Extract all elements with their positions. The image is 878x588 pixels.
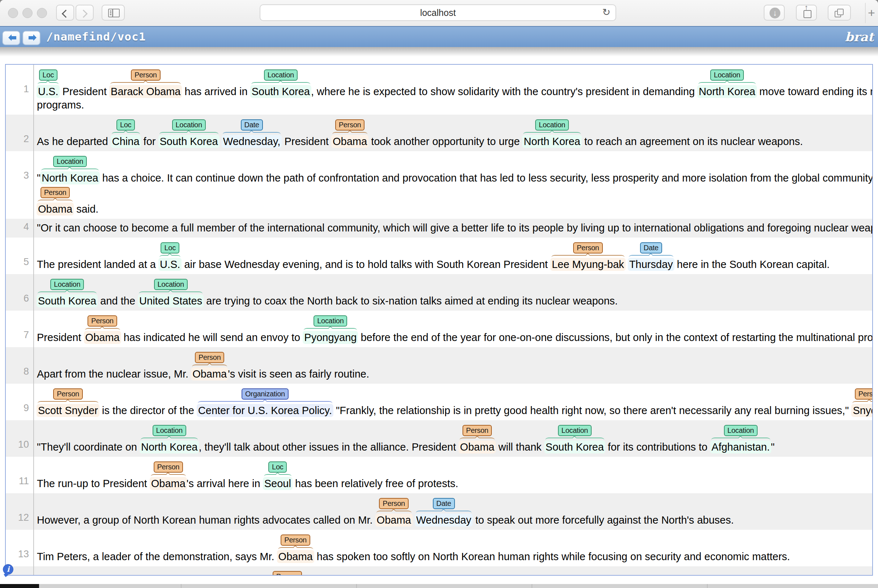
- entity-span-text[interactable]: South Korea: [36, 294, 97, 308]
- entity-type-label[interactable]: Loc: [39, 69, 57, 81]
- entity-type-label[interactable]: Person: [195, 352, 225, 363]
- share-button[interactable]: ↑: [796, 5, 817, 21]
- entity-span-text[interactable]: Center for U.S. Korea Policy.: [197, 404, 333, 417]
- entity-annotation[interactable]: PersonObama: [37, 185, 73, 216]
- entity-annotation[interactable]: LocationNorth Korea: [140, 423, 199, 453]
- close-window-button[interactable]: [8, 8, 18, 18]
- entity-annotation[interactable]: PersonSnyder: [852, 386, 873, 417]
- minimize-window-button[interactable]: [22, 8, 33, 18]
- entity-type-label[interactable]: Location: [153, 425, 186, 436]
- entity-span-text[interactable]: Scott Snyder: [36, 404, 99, 417]
- entity-type-label[interactable]: Date: [241, 119, 263, 130]
- entity-type-label[interactable]: Person: [53, 388, 83, 400]
- entity-span-text[interactable]: South Korea: [250, 85, 312, 98]
- entity-annotation[interactable]: PersonScott Snyder: [37, 386, 99, 417]
- entity-annotation[interactable]: DateThursday: [628, 240, 674, 271]
- entity-span-text[interactable]: Seoul: [263, 477, 292, 490]
- entity-type-label[interactable]: Location: [710, 69, 744, 81]
- entity-type-label[interactable]: Person: [273, 571, 302, 576]
- entity-type-label[interactable]: Person: [573, 242, 603, 254]
- entity-span-text[interactable]: Wednesday: [415, 513, 473, 526]
- entity-annotation[interactable]: LocationAfghanistan.: [710, 423, 771, 453]
- brat-next-document-button[interactable]: [22, 31, 40, 45]
- entity-annotation[interactable]: LocationUnited States: [138, 277, 203, 308]
- entity-type-label[interactable]: Person: [154, 461, 183, 472]
- entity-span-text[interactable]: U.S.: [36, 85, 60, 98]
- entity-span-text[interactable]: Obama: [191, 368, 228, 380]
- entity-span-text[interactable]: Obama: [150, 477, 187, 490]
- entity-span-text[interactable]: United States: [138, 294, 204, 308]
- entity-annotation[interactable]: LocationPyongyang: [303, 313, 358, 344]
- entity-type-label[interactable]: Location: [535, 119, 569, 130]
- entity-type-label[interactable]: Person: [40, 187, 70, 198]
- entity-type-label[interactable]: Person: [379, 498, 409, 509]
- entity-span-text[interactable]: U.S.: [158, 258, 181, 271]
- entity-type-label[interactable]: Person: [131, 69, 160, 81]
- sidebar-toggle-button[interactable]: [102, 5, 125, 21]
- zoom-window-button[interactable]: [37, 8, 47, 18]
- brat-prev-document-button[interactable]: [2, 31, 20, 45]
- entity-type-label[interactable]: Person: [87, 315, 117, 327]
- entity-annotation[interactable]: OrganizationCenter for U.S. Korea Policy…: [197, 386, 333, 417]
- entity-span-text[interactable]: Obama: [458, 441, 496, 453]
- entity-type-label[interactable]: Location: [558, 425, 592, 436]
- entity-span-text[interactable]: Obama: [84, 331, 121, 344]
- entity-annotation[interactable]: DateWednesday,: [222, 117, 282, 148]
- new-tab-button[interactable]: +: [868, 6, 875, 20]
- entity-annotation[interactable]: PersonPeters: [271, 569, 304, 576]
- entity-type-label[interactable]: Person: [281, 534, 310, 546]
- entity-annotation[interactable]: LocationSouth Korea: [159, 117, 219, 148]
- entity-annotation[interactable]: LocationSouth Korea: [545, 423, 605, 453]
- entity-annotation[interactable]: PersonObama: [332, 117, 368, 148]
- entity-annotation[interactable]: PersonObama: [84, 313, 121, 344]
- entity-type-label[interactable]: Person: [855, 388, 873, 400]
- entity-annotation[interactable]: LocationNorth Korea: [523, 117, 581, 148]
- entity-annotation[interactable]: LocationSouth Korea: [37, 277, 97, 308]
- entity-span-text[interactable]: North Korea: [139, 441, 199, 453]
- entity-annotation[interactable]: PersonObama: [277, 532, 314, 563]
- entity-annotation[interactable]: PersonObama: [376, 496, 412, 526]
- entity-type-label[interactable]: Location: [172, 119, 206, 130]
- entity-annotation[interactable]: PersonLee Myung-bak: [551, 240, 625, 271]
- entity-annotation[interactable]: DateWednesday: [415, 496, 473, 526]
- entity-span-text[interactable]: China: [111, 135, 141, 148]
- browser-forward-button[interactable]: [76, 5, 94, 21]
- document-path[interactable]: /namefind/voc1: [46, 30, 146, 43]
- entity-annotation[interactable]: PersonObama: [459, 423, 495, 453]
- entity-span-text[interactable]: Obama: [375, 513, 413, 526]
- entity-annotation[interactable]: LocU.S.: [159, 240, 181, 271]
- entity-span-text[interactable]: Obama: [36, 202, 74, 216]
- entity-span-text[interactable]: North Korea: [697, 85, 757, 98]
- entity-annotation[interactable]: LocationSouth Korea: [250, 67, 311, 98]
- entity-type-label[interactable]: Location: [154, 279, 188, 290]
- entity-type-label[interactable]: Organization: [241, 388, 289, 400]
- entity-type-label[interactable]: Location: [50, 279, 84, 290]
- reload-icon[interactable]: ↻: [602, 6, 610, 18]
- entity-span-text[interactable]: Afghanistan.: [710, 441, 771, 453]
- browser-back-button[interactable]: [56, 5, 74, 21]
- entity-span-text[interactable]: Obama: [331, 135, 369, 148]
- entity-type-label[interactable]: Location: [313, 315, 347, 327]
- entity-span-text[interactable]: Barack Obama: [109, 85, 182, 98]
- entity-annotation[interactable]: PersonObama: [150, 459, 187, 490]
- entity-type-label[interactable]: Location: [264, 69, 298, 81]
- entity-span-text[interactable]: South Korea: [158, 135, 220, 148]
- downloads-button[interactable]: [764, 5, 785, 21]
- entity-annotation[interactable]: LocationNorth Korea: [698, 67, 756, 98]
- entity-span-text[interactable]: North Korea: [522, 135, 581, 148]
- entity-type-label[interactable]: Location: [53, 156, 87, 167]
- entity-type-label[interactable]: Location: [724, 425, 758, 436]
- entity-type-label[interactable]: Date: [640, 242, 662, 254]
- entity-span-text[interactable]: Thursday: [628, 258, 674, 271]
- entity-type-label[interactable]: Loc: [268, 461, 287, 472]
- brat-logo[interactable]: brat: [845, 30, 874, 44]
- entity-type-label[interactable]: Loc: [117, 119, 135, 130]
- entity-span-text[interactable]: Lee Myung-bak: [550, 258, 626, 271]
- entity-type-label[interactable]: Person: [463, 425, 492, 436]
- entity-annotation[interactable]: LocChina: [111, 117, 141, 148]
- tab-overview-button[interactable]: [828, 5, 851, 21]
- entity-span-text[interactable]: Wednesday,: [222, 135, 282, 148]
- entity-annotation[interactable]: PersonObama: [191, 350, 228, 380]
- entity-type-label[interactable]: Loc: [160, 242, 179, 254]
- entity-span-text[interactable]: Snyder: [851, 404, 873, 417]
